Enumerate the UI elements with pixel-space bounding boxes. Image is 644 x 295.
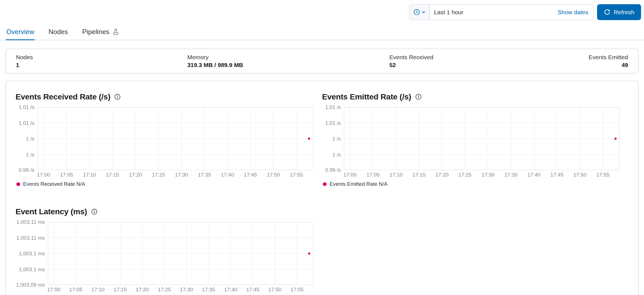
- tabs: Overview Nodes Pipelines: [0, 25, 644, 40]
- stat-value: 49: [589, 62, 628, 68]
- refresh-button-label: Refresh: [614, 9, 634, 16]
- tab-overview[interactable]: Overview: [6, 25, 35, 40]
- stat-value: 1: [16, 62, 187, 68]
- x-axis-label: 17:15: [406, 172, 432, 178]
- x-axis: 17:0017:0517:1017:1517:2017:2517:3017:35…: [37, 170, 313, 179]
- tab-nodes[interactable]: Nodes: [48, 25, 68, 40]
- plot-area: [48, 222, 313, 285]
- x-axis-label: 17:05: [360, 172, 385, 178]
- chart-title: Events Received Rate (/s): [16, 92, 110, 101]
- stat-memory: Memory 319.3 MB / 989.9 MB: [187, 54, 389, 68]
- data-point: [308, 253, 310, 255]
- tab-overview-label: Overview: [6, 28, 34, 36]
- chart-body: 1,003.11 ms1,003.11 ms1,003.1 ms1,003.1 …: [16, 222, 322, 293]
- logstash-overview-page: Last 1 hour Show dates Refresh Overview …: [0, 0, 644, 295]
- legend-label: Events Received Rate N/A: [23, 181, 85, 187]
- x-axis-label: 17:00: [337, 172, 363, 178]
- y-axis-label: 1 /s: [322, 151, 341, 158]
- x-axis: 17:0017:0517:1017:1517:2017:2517:3017:35…: [344, 170, 620, 179]
- x-axis-label: 17:20: [123, 172, 148, 178]
- x-axis-label: 17:55: [590, 172, 615, 178]
- legend[interactable]: Events Emitted Rate N/A: [323, 181, 629, 187]
- x-axis-label: 17:45: [238, 172, 263, 178]
- beaker-icon: [112, 28, 119, 35]
- legend[interactable]: Events Received Rate N/A: [16, 181, 322, 187]
- x-axis-label: 17:40: [215, 172, 240, 178]
- refresh-icon: [604, 9, 610, 16]
- stat-nodes: Nodes 1: [16, 54, 187, 68]
- query-bar: Last 1 hour Show dates Refresh: [0, 0, 644, 20]
- chart-header: Event Latency (ms): [16, 207, 322, 216]
- stat-value: 52: [389, 62, 589, 68]
- plot-area: [344, 107, 620, 170]
- data-point: [308, 138, 310, 140]
- y-axis-label: 1.01 /s: [322, 104, 341, 111]
- x-axis-label: 17:40: [218, 287, 243, 292]
- refresh-button[interactable]: Refresh: [597, 4, 641, 20]
- x-axis-label: 17:00: [31, 172, 56, 178]
- stat-events-received: Events Received 52: [389, 54, 589, 68]
- chart-body: 1.01 /s1.01 /s1 /s1 /s0.99 /s 17:0017:05…: [16, 107, 322, 179]
- x-axis-label: 17:00: [41, 287, 66, 292]
- clock-icon: [413, 9, 420, 16]
- plot-wrap: 17:0017:0517:1017:1517:2017:2517:3017:35…: [48, 222, 313, 293]
- legend-label: Events Emitted Rate N/A: [330, 181, 387, 187]
- stat-events-emitted: Events Emitted 49: [589, 54, 628, 68]
- info-icon[interactable]: [415, 94, 422, 100]
- plot-area: [37, 107, 313, 170]
- y-axis-label: 1,003.09 ms: [16, 282, 45, 288]
- y-axis: 1.01 /s1.01 /s1 /s1 /s0.99 /s: [16, 107, 37, 170]
- x-axis-label: 17:20: [429, 172, 454, 178]
- y-axis: 1.01 /s1.01 /s1 /s1 /s0.99 /s: [322, 107, 344, 170]
- x-axis-label: 17:25: [453, 172, 478, 178]
- x-axis-label: 17:10: [86, 287, 111, 292]
- x-axis-label: 17:20: [130, 287, 155, 292]
- date-quick-select-button[interactable]: [409, 5, 430, 20]
- y-axis-label: 1,003.11 ms: [16, 219, 45, 225]
- info-icon[interactable]: [91, 208, 98, 215]
- chart-header: Events Emitted Rate (/s): [322, 92, 629, 101]
- x-axis-label: 17:50: [567, 172, 593, 178]
- x-axis-label: 17:35: [498, 172, 524, 178]
- legend-dot-icon: [16, 182, 20, 186]
- x-axis-label: 17:35: [196, 287, 221, 292]
- chart-title: Event Latency (ms): [16, 207, 87, 216]
- x-axis-label: 17:50: [261, 172, 286, 178]
- stat-label: Events Emitted: [589, 54, 628, 60]
- x-axis-label: 17:55: [285, 287, 310, 292]
- stat-label: Nodes: [16, 54, 187, 60]
- info-icon[interactable]: [114, 94, 121, 100]
- chevron-down-icon: [421, 10, 425, 14]
- x-axis: 17:0017:0517:1017:1517:2017:2517:3017:35…: [48, 285, 313, 293]
- y-axis-label: 1 /s: [16, 151, 35, 158]
- x-axis-label: 17:05: [63, 287, 89, 292]
- y-axis-label: 1.01 /s: [16, 120, 35, 126]
- charts-panel: Events Received Rate (/s) 1.01 /s1.01 /s…: [6, 81, 639, 295]
- plot-wrap: 17:0017:0517:1017:1517:2017:2517:3017:35…: [344, 107, 620, 179]
- chart-title: Events Emitted Rate (/s): [322, 92, 411, 101]
- x-axis-label: 17:30: [174, 287, 199, 292]
- x-axis-label: 17:15: [108, 287, 133, 292]
- x-axis-label: 17:15: [100, 172, 125, 178]
- x-axis-label: 17:55: [284, 172, 309, 178]
- x-axis-label: 17:25: [152, 287, 177, 292]
- y-axis-label: 1.01 /s: [322, 120, 341, 126]
- tab-pipelines[interactable]: Pipelines: [82, 25, 119, 40]
- tab-nodes-label: Nodes: [49, 28, 68, 36]
- x-axis-label: 17:30: [475, 172, 501, 178]
- data-point: [614, 138, 617, 140]
- x-axis-label: 17:45: [544, 172, 569, 178]
- cluster-stats-panel: Nodes 1 Memory 319.3 MB / 989.9 MB Event…: [6, 49, 639, 73]
- x-axis-label: 17:10: [383, 172, 409, 178]
- y-axis-label: 1 /s: [16, 135, 35, 142]
- x-axis-label: 17:50: [262, 287, 288, 292]
- legend-dot-icon: [323, 182, 327, 186]
- x-axis-label: 17:45: [240, 287, 266, 292]
- x-axis-label: 17:30: [169, 172, 194, 178]
- date-range-value[interactable]: Last 1 hour: [430, 9, 552, 16]
- x-axis-label: 17:25: [146, 172, 171, 178]
- show-dates-button[interactable]: Show dates: [553, 9, 593, 16]
- plot-wrap: 17:0017:0517:1017:1517:2017:2517:3017:35…: [37, 107, 313, 179]
- stat-value: 319.3 MB / 989.9 MB: [187, 62, 389, 68]
- stat-label: Events Received: [389, 54, 589, 60]
